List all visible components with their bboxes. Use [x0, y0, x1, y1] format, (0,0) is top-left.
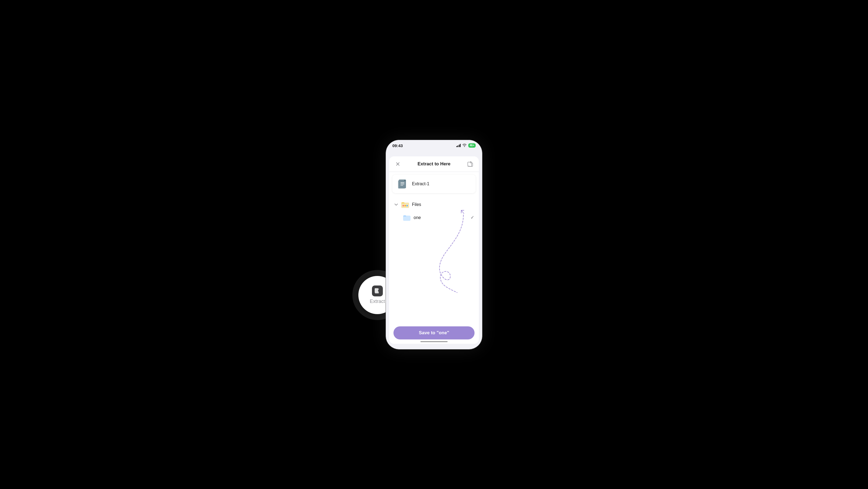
- svg-point-13: [405, 205, 406, 206]
- file-name-input[interactable]: [412, 181, 471, 186]
- folder-item-files[interactable]: Files: [392, 198, 476, 211]
- svg-point-12: [403, 205, 404, 206]
- folder-label-files: Files: [412, 202, 474, 207]
- save-button[interactable]: Save to "one": [394, 326, 474, 340]
- status-time: 09:43: [392, 143, 403, 148]
- action-button[interactable]: [466, 160, 474, 168]
- sheet-title: Extract to Here: [418, 161, 451, 167]
- svg-rect-7: [401, 182, 404, 183]
- modal-sheet: Extract to Here: [389, 156, 479, 344]
- chevron-down-icon: [394, 202, 398, 207]
- svg-rect-8: [401, 183, 404, 184]
- phone-shell: 09:43 46+: [385, 140, 483, 349]
- close-button[interactable]: [394, 160, 402, 168]
- extract-fab-label: Extract: [370, 298, 385, 304]
- wifi-icon: [462, 144, 467, 148]
- folder-icon-files: [401, 201, 409, 209]
- sheet-header: Extract to Here: [389, 156, 479, 172]
- file-icon: [397, 178, 409, 190]
- checkmark-icon: ✓: [470, 215, 474, 220]
- svg-rect-15: [403, 216, 410, 221]
- folder-tree: Files one ✓: [389, 196, 479, 326]
- file-input-row: [392, 175, 476, 193]
- svg-rect-3: [468, 162, 471, 167]
- folder-label-one: one: [413, 215, 468, 220]
- home-indicator: [421, 341, 447, 342]
- battery-badge: 46+: [468, 143, 476, 148]
- extract-icon: [372, 286, 383, 296]
- svg-point-14: [406, 205, 408, 206]
- status-icons: 46+: [456, 143, 476, 148]
- signal-bars-icon: [456, 144, 461, 147]
- status-bar: 09:43 46+: [386, 140, 482, 149]
- folder-icon-one: [403, 213, 411, 222]
- svg-rect-2: [375, 288, 378, 293]
- svg-rect-9: [401, 185, 403, 186]
- folder-item-one[interactable]: one ✓: [392, 211, 476, 224]
